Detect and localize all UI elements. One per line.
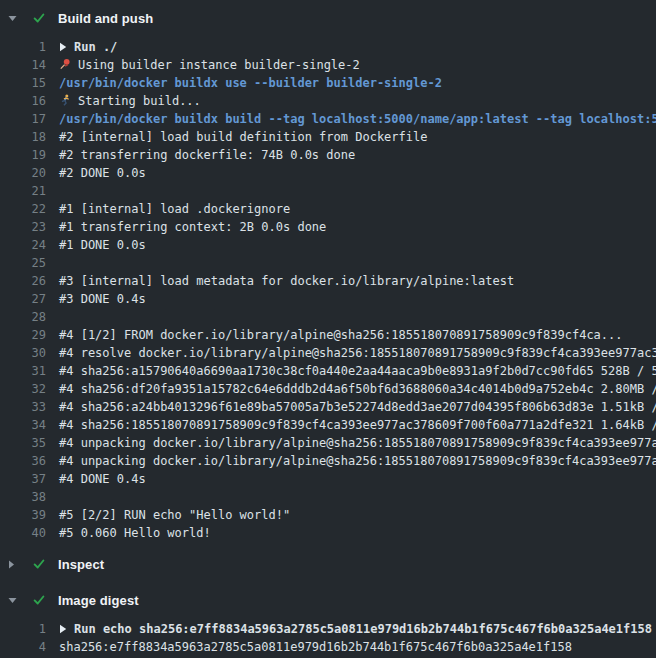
log-line: 20#2 DONE 0.0s xyxy=(0,164,656,182)
log-line-text: #4 [1/2] FROM docker.io/library/alpine@s… xyxy=(46,326,656,344)
line-number[interactable]: 23 xyxy=(0,218,46,236)
line-number[interactable]: 21 xyxy=(0,182,46,200)
log-line: 16Starting build... xyxy=(0,92,656,110)
log-text: #4 unpacking docker.io/library/alpine@sh… xyxy=(59,436,656,450)
log-text: /usr/bin/docker buildx build --tag local… xyxy=(59,112,656,126)
check-icon xyxy=(32,11,58,25)
play-icon xyxy=(59,39,67,56)
line-number[interactable]: 32 xyxy=(0,380,46,398)
log-text: #4 unpacking docker.io/library/alpine@sh… xyxy=(59,454,656,468)
log-line-text: Using builder instance builder-single-2 xyxy=(46,56,656,74)
section-log-lines: 1Run ./14Using builder instance builder-… xyxy=(0,38,656,542)
log-line-text: #3 DONE 0.4s xyxy=(46,290,656,308)
log-line-text: #2 transferring dockerfile: 74B 0.0s don… xyxy=(46,146,656,164)
section-title: Build and push xyxy=(58,11,153,26)
line-number[interactable]: 33 xyxy=(0,398,46,416)
log-line-text: #3 [internal] load metadata for docker.i… xyxy=(46,272,656,290)
play-icon xyxy=(59,621,67,638)
section-title: Image digest xyxy=(58,593,139,608)
line-number[interactable]: 1 xyxy=(0,620,46,638)
log-line-text: #1 transferring context: 2B 0.0s done xyxy=(46,218,656,236)
line-number[interactable]: 17 xyxy=(0,110,46,128)
line-number[interactable]: 36 xyxy=(0,452,46,470)
line-number[interactable]: 25 xyxy=(0,254,46,272)
line-number[interactable]: 38 xyxy=(0,488,46,506)
log-text: #4 [1/2] FROM docker.io/library/alpine@s… xyxy=(59,328,623,342)
log-line-text xyxy=(46,182,656,200)
line-number[interactable]: 35 xyxy=(0,434,46,452)
log-line-text xyxy=(46,254,656,272)
line-number[interactable]: 26 xyxy=(0,272,46,290)
log-line: 36#4 unpacking docker.io/library/alpine@… xyxy=(0,452,656,470)
log-text: Using builder instance builder-single-2 xyxy=(78,58,360,72)
log-text: #5 [2/2] RUN echo "Hello world!" xyxy=(59,508,290,522)
log-line: 18#2 [internal] load build definition fr… xyxy=(0,128,656,146)
log-line-text: #4 sha256:df20fa9351a15782c64e6dddb2d4a6… xyxy=(46,380,656,398)
line-number[interactable]: 24 xyxy=(0,236,46,254)
log-line-text: #2 DONE 0.0s xyxy=(46,164,656,182)
log-text: #4 sha256:185518070891758909c9f839cf4ca3… xyxy=(59,418,656,432)
line-number[interactable]: 28 xyxy=(0,308,46,326)
run-command-line-text[interactable]: Run ./ xyxy=(46,38,656,56)
log-section-image-digest: Image digest1Run echo sha256:e7ff8834a59… xyxy=(0,586,656,656)
log-line: 19#2 transferring dockerfile: 74B 0.0s d… xyxy=(0,146,656,164)
log-line-text: #4 resolve docker.io/library/alpine@sha2… xyxy=(46,344,656,362)
log-line: 31#4 sha256:a15790640a6690aa1730c38cf0a4… xyxy=(0,362,656,380)
line-number[interactable]: 16 xyxy=(0,92,46,110)
log-line: 1Run ./ xyxy=(0,38,656,56)
log-text: #1 [internal] load .dockerignore xyxy=(59,202,290,216)
line-number[interactable]: 15 xyxy=(0,74,46,92)
log-text: #2 transferring dockerfile: 74B 0.0s don… xyxy=(59,148,355,162)
chevron-right-icon xyxy=(8,560,32,569)
line-number[interactable]: 31 xyxy=(0,362,46,380)
log-line-text: #4 unpacking docker.io/library/alpine@sh… xyxy=(46,452,656,470)
section-header[interactable]: Image digest xyxy=(0,586,656,614)
line-number[interactable]: 34 xyxy=(0,416,46,434)
log-text: #4 resolve docker.io/library/alpine@sha2… xyxy=(59,346,656,360)
chevron-down-icon xyxy=(8,15,32,22)
line-number[interactable]: 18 xyxy=(0,128,46,146)
log-line: 4sha256:e7ff8834a5963a2785c5a0811e979d16… xyxy=(0,638,656,656)
log-text: #4 DONE 0.4s xyxy=(59,472,146,486)
line-number[interactable]: 19 xyxy=(0,146,46,164)
log-text: #4 sha256:a24bb4013296f61e89ba57005a7b3e… xyxy=(59,400,656,414)
log-line: 27#3 DONE 0.4s xyxy=(0,290,656,308)
log-line: 33#4 sha256:a24bb4013296f61e89ba57005a7b… xyxy=(0,398,656,416)
section-title: Inspect xyxy=(58,557,104,572)
log-line: 23#1 transferring context: 2B 0.0s done xyxy=(0,218,656,236)
line-number[interactable]: 1 xyxy=(0,38,46,56)
check-icon xyxy=(32,557,58,571)
line-number[interactable]: 29 xyxy=(0,326,46,344)
run-command-line-text[interactable]: Run echo sha256:e7ff8834a5963a2785c5a081… xyxy=(46,620,656,638)
line-number[interactable]: 4 xyxy=(0,638,46,656)
line-number[interactable]: 30 xyxy=(0,344,46,362)
log-text: #4 sha256:df20fa9351a15782c64e6dddb2d4a6… xyxy=(59,382,656,396)
log-line: 22#1 [internal] load .dockerignore xyxy=(0,200,656,218)
log-text: sha256:e7ff8834a5963a2785c5a0811e979d16b… xyxy=(59,640,572,654)
log-line-text: #4 sha256:185518070891758909c9f839cf4ca3… xyxy=(46,416,656,434)
line-number[interactable]: 22 xyxy=(0,200,46,218)
line-number[interactable]: 20 xyxy=(0,164,46,182)
line-number[interactable]: 40 xyxy=(0,524,46,542)
log-line-text xyxy=(46,308,656,326)
log-line: 35#4 unpacking docker.io/library/alpine@… xyxy=(0,434,656,452)
log-line-text: #1 DONE 0.0s xyxy=(46,236,656,254)
log-text: Starting build... xyxy=(78,94,201,108)
log-line: 17/usr/bin/docker buildx build --tag loc… xyxy=(0,110,656,128)
log-line: 39#5 [2/2] RUN echo "Hello world!" xyxy=(0,506,656,524)
log-line-text: #4 sha256:a24bb4013296f61e89ba57005a7b3e… xyxy=(46,398,656,416)
line-number[interactable]: 27 xyxy=(0,290,46,308)
section-header[interactable]: Build and push xyxy=(0,4,656,32)
line-number[interactable]: 39 xyxy=(0,506,46,524)
log-section-inspect: Inspect xyxy=(0,550,656,578)
log-line-text: #4 unpacking docker.io/library/alpine@sh… xyxy=(46,434,656,452)
log-line: 24#1 DONE 0.0s xyxy=(0,236,656,254)
line-number[interactable]: 37 xyxy=(0,470,46,488)
log-line: 34#4 sha256:185518070891758909c9f839cf4c… xyxy=(0,416,656,434)
log-text: Run echo sha256:e7ff8834a5963a2785c5a081… xyxy=(74,622,652,636)
log-line: 21 xyxy=(0,182,656,200)
section-header[interactable]: Inspect xyxy=(0,550,656,578)
line-number[interactable]: 14 xyxy=(0,56,46,74)
log-text: #4 sha256:a15790640a6690aa1730c38cf0a440… xyxy=(59,364,656,378)
log-line: 28 xyxy=(0,308,656,326)
